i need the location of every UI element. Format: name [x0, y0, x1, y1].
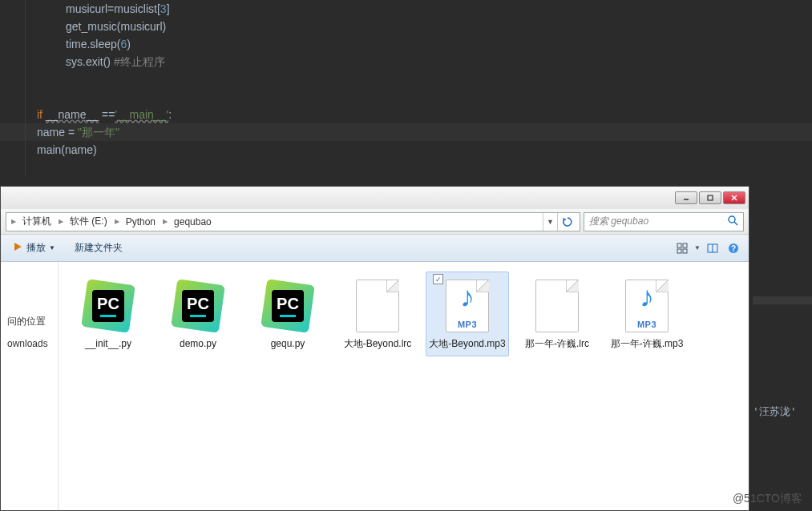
code-line: if __name__ =='__main__': [37, 106, 812, 123]
file-label: 那一年-许巍.lrc [525, 338, 589, 351]
sidebar-item-downloads[interactable]: ownloads [6, 333, 53, 354]
file-icon: PC [79, 277, 137, 335]
file-checkbox[interactable]: ✓ [433, 274, 443, 284]
file-icon [349, 277, 406, 335]
svg-rect-9 [677, 249, 681, 253]
file-item[interactable]: 那一年-许巍.lrc [515, 272, 599, 356]
code-line [66, 88, 812, 106]
file-label: 大地-Beyond.lrc [344, 338, 412, 351]
addressbar: ▶ 计算机 ▶ 软件 (E:) ▶ Python ▶ gequbao ▼ 搜索 … [1, 209, 749, 235]
play-icon [12, 241, 23, 255]
code-line: main(name) [37, 141, 812, 159]
file-item[interactable]: 大地-Beyond.lrc [336, 272, 419, 356]
svg-marker-6 [14, 243, 22, 251]
sidebar: 问的位置 ownloads [1, 262, 59, 510]
play-label: 播放 [26, 241, 46, 255]
code-line: time.sleep(6) [66, 35, 812, 53]
crumb-python[interactable]: Python [121, 216, 161, 227]
svg-rect-8 [683, 243, 687, 247]
code-line: sys.exit() #终止程序 [66, 53, 812, 70]
file-label: demo.py [180, 338, 216, 351]
svg-rect-7 [677, 243, 681, 247]
breadcrumb-dropdown[interactable]: ▼ [543, 213, 557, 231]
chevron-down-icon[interactable]: ▼ [694, 244, 701, 251]
play-button[interactable]: 播放 ▼ [7, 238, 60, 258]
code-gutter [0, 0, 26, 176]
close-button[interactable] [723, 191, 745, 204]
minimap-indicator [753, 296, 812, 304]
file-icon: ♪MP3 [618, 277, 676, 335]
search-placeholder: 搜索 gequbao [589, 215, 648, 228]
file-label: 那一年-许巍.mp3 [611, 338, 684, 351]
crumb-drive[interactable]: 软件 (E:) [65, 215, 113, 228]
code-line: get_music(musicurl) [66, 18, 812, 35]
search-input[interactable]: 搜索 gequbao [584, 212, 744, 231]
svg-line-5 [734, 222, 737, 225]
code-line-cursor: name = "那一年" [0, 123, 812, 141]
file-icon [528, 277, 586, 335]
chevron-right-icon: ▶ [113, 218, 121, 225]
chevron-right-icon: ▶ [10, 218, 18, 225]
refresh-button[interactable] [557, 213, 576, 231]
search-icon [727, 215, 738, 228]
file-icon: ♪MP3 [438, 277, 496, 335]
svg-point-4 [729, 216, 735, 223]
file-item[interactable]: PC__init__.py [67, 272, 150, 356]
view-options-button[interactable] [673, 239, 691, 257]
file-label: __init__.py [85, 338, 131, 351]
chevron-right-icon: ▶ [161, 218, 169, 225]
chevron-down-icon: ▼ [49, 244, 55, 251]
crumb-gequbao[interactable]: gequbao [169, 216, 217, 227]
svg-rect-1 [708, 195, 713, 200]
breadcrumb[interactable]: ▶ 计算机 ▶ 软件 (E:) ▶ Python ▶ gequbao ▼ [6, 212, 580, 231]
file-label: 大地-Beyond.mp3 [429, 338, 505, 351]
toolbar: 播放 ▼ 新建文件夹 ▼ ? [1, 235, 749, 262]
minimize-button[interactable] [675, 191, 697, 204]
file-item[interactable]: ✓♪MP3大地-Beyond.mp3 [426, 272, 509, 356]
sidebar-item-recent[interactable]: 问的位置 [6, 310, 53, 333]
titlebar [1, 187, 749, 209]
crumb-computer[interactable]: 计算机 [18, 215, 57, 228]
help-button[interactable]: ? [725, 239, 742, 257]
watermark: @51CTO博客 [733, 492, 802, 506]
preview-pane-button[interactable] [704, 239, 721, 257]
console-output: '汪苏泷' [753, 404, 812, 422]
file-item[interactable]: PCdemo.py [156, 272, 240, 356]
code-line: musicurl=musiclist[3] [66, 0, 812, 18]
file-item[interactable]: PCgequ.py [246, 272, 329, 356]
file-item[interactable]: ♪MP3那一年-许巍.mp3 [605, 272, 689, 356]
svg-rect-10 [683, 249, 687, 253]
explorer-window: ▶ 计算机 ▶ 软件 (E:) ▶ Python ▶ gequbao ▼ 搜索 … [0, 186, 749, 511]
file-grid: PC__init__.pyPCdemo.pyPCgequ.py大地-Beyond… [59, 262, 749, 510]
maximize-button[interactable] [699, 191, 721, 204]
file-icon: PC [169, 277, 227, 335]
file-icon: PC [259, 277, 317, 335]
file-label: gequ.py [271, 338, 305, 351]
code-line [66, 70, 812, 88]
svg-text:?: ? [731, 244, 736, 253]
chevron-right-icon: ▶ [57, 218, 65, 225]
newfolder-button[interactable]: 新建文件夹 [70, 238, 127, 258]
